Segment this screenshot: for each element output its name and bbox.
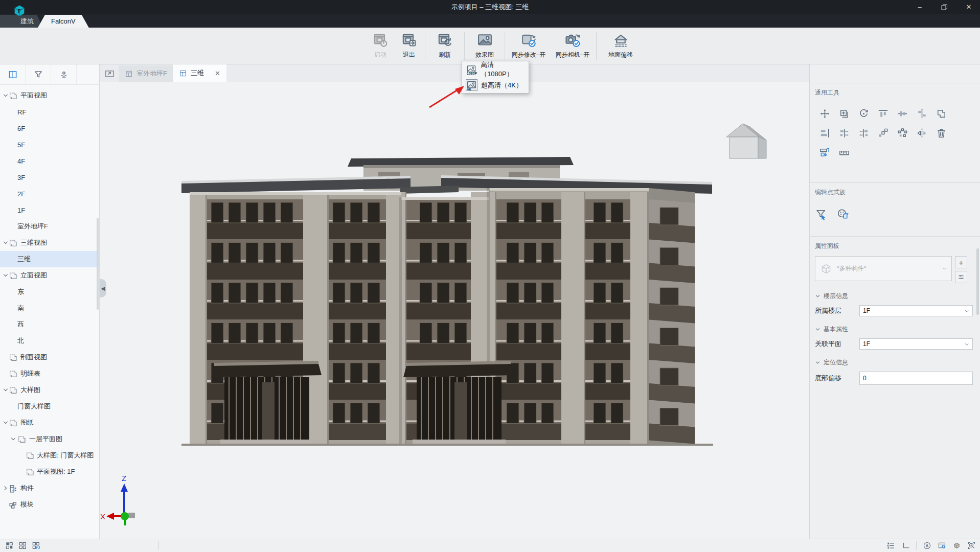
annotate-a-button[interactable] — [923, 541, 931, 550]
tree-item[interactable]: 图纸 — [0, 415, 99, 431]
grid-restore-button[interactable] — [32, 541, 40, 550]
ribbon-button-sync-edit[interactable]: 同步修改–开 — [507, 28, 551, 64]
close-button[interactable]: ✕ — [958, 0, 980, 14]
tree-item[interactable]: 北 — [0, 333, 99, 349]
view-tab-site[interactable]: 室外地坪F — [119, 65, 173, 82]
chevron-down-icon[interactable] — [3, 387, 9, 393]
tree-item[interactable]: 大样图 — [0, 382, 99, 398]
tree-item[interactable]: 门窗大样图 — [0, 398, 99, 415]
align-middle-tool[interactable] — [897, 108, 908, 120]
ribbon-button-render[interactable]: 效果图 — [466, 28, 503, 64]
copy-tool[interactable] — [838, 108, 850, 120]
tree-item[interactable]: 东 — [0, 284, 99, 300]
section-header[interactable]: 定位信息 — [815, 358, 980, 367]
ribbon-tab-falconv[interactable]: FalconV — [38, 15, 89, 28]
tree-item[interactable]: 一层平面图 — [0, 431, 99, 447]
tree-item-label: 大样图: 门窗大样图 — [37, 451, 94, 460]
section-header[interactable]: 基本属性 — [815, 325, 980, 334]
tree-item[interactable]: 大样图: 门窗大样图 — [0, 447, 99, 464]
tree-item[interactable]: 构件 — [0, 480, 99, 496]
chevron-down-icon[interactable] — [10, 436, 16, 442]
tree-item-label: 立面视图 — [20, 271, 47, 280]
array-radial-tool[interactable] — [897, 127, 908, 139]
chevron-down-icon[interactable] — [3, 420, 9, 426]
type-selector-value: *多种构件* — [837, 264, 938, 273]
menu-item-label: 超高清（4K） — [481, 81, 522, 90]
tree-item[interactable]: 三维视图 — [0, 235, 99, 251]
tree-item[interactable]: 三维 — [0, 251, 99, 267]
ribbon-button-sync-camera[interactable]: 同步相机–开 — [551, 28, 595, 64]
sidebar-scrollbar[interactable] — [97, 218, 99, 310]
view-tab-3d[interactable]: 三维 ✕ — [173, 64, 226, 82]
offset-tool[interactable] — [819, 147, 831, 158]
grid-plain-button[interactable] — [18, 541, 27, 550]
tree-item[interactable]: 立面视图 — [0, 267, 99, 284]
material-apply-tool[interactable] — [836, 208, 849, 221]
menu-item-4k[interactable]: 4K超高清（4K） — [462, 77, 529, 93]
render-icon — [476, 32, 493, 49]
tree-item[interactable]: 平面视图: 1F — [0, 464, 99, 480]
tree-item[interactable]: 南 — [0, 300, 99, 316]
chevron-right-icon[interactable] — [3, 485, 9, 491]
window-sync-button[interactable] — [938, 541, 946, 550]
property-select-所属楼层[interactable]: 1F — [859, 305, 973, 316]
sidebar-tool-location-mark[interactable] — [51, 64, 77, 84]
tree-item[interactable]: 模块 — [0, 496, 99, 513]
chevron-down-icon[interactable] — [3, 272, 9, 279]
model-viewport[interactable]: ZX — [100, 82, 809, 539]
rotate-tool[interactable] — [858, 108, 870, 120]
align-bottom-tool[interactable] — [819, 127, 831, 139]
type-selector[interactable]: *多种构件* — [815, 256, 952, 281]
add-type-button[interactable]: + — [955, 256, 967, 268]
sidebar-collapse-handle[interactable]: ◀ — [100, 279, 106, 297]
chevron-down-icon[interactable] — [3, 93, 9, 99]
tree-item[interactable]: 室外地坪F — [0, 218, 99, 235]
corner-axis-button[interactable] — [901, 541, 910, 550]
general-tools-section: 通用工具 — [810, 83, 980, 182]
levels-list-button[interactable] — [886, 541, 895, 550]
sidebar-tool-panel-columns[interactable] — [0, 64, 26, 84]
tree-item[interactable]: 4F — [0, 153, 99, 169]
tab-close-icon[interactable]: ✕ — [215, 70, 220, 77]
panel-scrollbar[interactable] — [976, 248, 979, 315]
align-left-tool[interactable] — [838, 127, 850, 139]
match-tool[interactable] — [936, 108, 947, 120]
section-header[interactable]: 楼层信息 — [815, 292, 980, 301]
cube-3d-button[interactable] — [952, 541, 961, 550]
align-center-tool[interactable] — [916, 108, 928, 120]
ribbon-button-ground[interactable]: 地面偏移 — [598, 28, 643, 64]
chevron-down-icon — [964, 341, 969, 347]
grid-select-button[interactable] — [5, 541, 14, 550]
measure-tool[interactable] — [838, 147, 850, 158]
tree-item[interactable]: 明细表 — [0, 365, 99, 382]
zoom-fit-button[interactable] — [967, 541, 976, 550]
ribbon-button-refresh[interactable]: 刷新 — [427, 28, 463, 64]
chevron-down-icon[interactable] — [3, 240, 9, 246]
filter-select-tool[interactable] — [815, 208, 828, 221]
maximize-button[interactable] — [933, 0, 955, 14]
tree-item[interactable]: 平面视图 — [0, 87, 99, 104]
ribbon-button-exit[interactable]: 退出 — [395, 28, 423, 64]
delete-tool[interactable] — [936, 127, 947, 139]
property-select-关联平面[interactable]: 1F — [859, 338, 973, 350]
array-linear-tool[interactable] — [877, 127, 889, 139]
tree-item[interactable]: 6F — [0, 120, 99, 136]
tree-item[interactable]: 剖面视图 — [0, 349, 99, 365]
type-settings-button[interactable] — [955, 271, 967, 283]
move-tool[interactable] — [819, 108, 831, 120]
minimize-button[interactable]: – — [908, 0, 931, 14]
tree-item[interactable]: 西 — [0, 316, 99, 333]
tree-item[interactable]: 3F — [0, 169, 99, 186]
menu-item-1080p[interactable]: 1080P高清（1080P） — [462, 61, 529, 77]
align-right-tool[interactable] — [858, 127, 870, 139]
tree-item[interactable]: RF — [0, 104, 99, 120]
tree-item[interactable]: 2F — [0, 186, 99, 202]
tab-overview-icon[interactable] — [105, 69, 115, 77]
align-top-tool[interactable] — [877, 108, 889, 120]
mirror-tool[interactable] — [916, 127, 928, 139]
tree-item[interactable]: 5F — [0, 136, 99, 153]
chevron-down-icon — [815, 360, 821, 365]
tree-item[interactable]: 1F — [0, 202, 99, 218]
sidebar-tool-filter-funnel[interactable] — [26, 64, 51, 84]
property-input-底部偏移[interactable]: 0 — [859, 372, 973, 385]
